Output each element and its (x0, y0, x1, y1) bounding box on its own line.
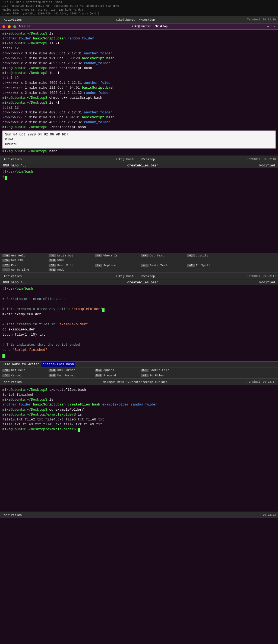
terminal-output: -rw-rw-r-- 1 mike mike 121 Oct 4 04:01 b… (2, 85, 276, 90)
nano-version-2: GNU nano 4.8 (3, 281, 26, 284)
nano-line (2, 292, 276, 297)
terminal-window-2: mike@ubuntu:~/Desktop$ ./createFiles.bas… (0, 386, 278, 511)
nano-shortcut-get-help[interactable]: ^G Get Help (1, 253, 48, 258)
nano-cursor-end (2, 354, 5, 358)
activities-label-2[interactable]: Activities (2, 158, 23, 161)
nano-body-2[interactable]: #!/usr/bin/bash # Scriptname : createFil… (0, 285, 278, 361)
terminal-line: mike@ubuntu:~/Desktop$ chmod u+x basicSc… (2, 95, 276, 100)
terminal-ctrl-2[interactable]: □ (271, 25, 272, 28)
nano-line-2: # (2, 175, 276, 180)
terminal-output: total 12 (2, 76, 276, 81)
nano-shortcut-undo[interactable]: M-U Undo (48, 258, 94, 262)
activities-label-bottom[interactable]: Activities (2, 513, 23, 517)
terminal-output: drwxrwxr-x 3 mike mike 4096 Oct 2 12:31 … (2, 110, 276, 115)
win-min-1[interactable] (8, 25, 11, 28)
nano-line: cd exampleFolder (2, 327, 276, 332)
gnome-panel-3: Activities mike@ubuntu: ~/Desktop Termin… (0, 273, 278, 280)
video-audio: Audio: aac, 44000 Hz, stereo, s16, 128 k… (2, 8, 276, 12)
nano-shortcut-justify[interactable]: ^J Justify (186, 253, 232, 258)
nano-window-2: GNU nano 4.8 createFiles.bash Modified #… (0, 280, 278, 379)
terminal-body-2: mike@ubuntu:~/Desktop$ ./createFiles.bas… (0, 386, 278, 511)
activities-label-4[interactable]: Activities (2, 380, 23, 384)
nano-line: # Scriptname : createFiles.bash (2, 297, 276, 302)
terminal-line: mike@ubuntu:~/Desktop/exampleFolder$ ls (2, 412, 276, 417)
terminal-line: mike@ubuntu:~/Desktop$ cd exampleFolder/ (2, 407, 276, 412)
nano-line: mkdir exampleFolder (2, 312, 276, 317)
gnome-panel-4: Activities mike@ubuntu: ~/Desktop/exampl… (0, 379, 278, 386)
nano-shortcut-read-file[interactable]: ^R Read File (48, 263, 94, 268)
terminal-line: mike@ubuntu:~/Desktop$ ls (2, 31, 276, 36)
video-info-bar: File II: Shell scripting Basics 01mp4 Si… (0, 0, 278, 16)
terminal-output: drwxrwxr-x 2 mike mike 4096 Oct 2 12:32 … (2, 120, 276, 125)
nano-save-shortcut-prepend[interactable]: M-P Prepend (94, 373, 140, 378)
nano-modified-2: Modified (259, 281, 275, 284)
terminal-title-1: mike@ubuntu: ~/Desktop (132, 25, 168, 28)
nano-save-shortcut-backup[interactable]: M-B Backup File (140, 368, 186, 372)
script-finished-text: Script finished (2, 393, 33, 397)
activities-label-1[interactable]: Activities (2, 18, 23, 21)
terminal-titlebar-1: Terminal mike@ubuntu: ~/Desktop — □ ✕ (0, 24, 278, 30)
nano-save-shortcut-to-files[interactable]: ^T To Files (140, 373, 186, 378)
win-max-1[interactable] (13, 25, 16, 28)
nano-line: # This creates a directory called "examp… (2, 307, 276, 312)
nano-save-shortcut-cancel[interactable]: ^C Cancel (1, 373, 48, 378)
panel2-app: Terminal (247, 158, 260, 161)
nano-save-shortcut-append[interactable]: M-A Append (94, 368, 140, 372)
script-output-line-2: mike (5, 137, 273, 142)
nano-shortcut-paste-text[interactable]: ^U Paste Text (140, 263, 186, 268)
terminal-output: another_folder basicScript.bash createFi… (2, 402, 276, 407)
panel1-app: Terminal (247, 18, 260, 21)
panel2-time: 00:02:10 (263, 158, 276, 161)
nano-shortcut-exit[interactable]: ^X Exit (1, 263, 48, 268)
terminal-window-1: Terminal mike@ubuntu: ~/Desktop — □ ✕ mi… (0, 23, 278, 156)
terminal-line: mike@ubuntu:~/Desktop/exampleFolder$ (2, 427, 276, 432)
video-title: File II: Shell scripting Basics 01mp4 (2, 1, 276, 4)
terminal-output: drwxrwxr-x 2 mike mike 4096 Oct 2 12:32 … (2, 61, 276, 66)
nano-topbar-1: GNU nano 4.8 createFiles.bash Modified (0, 163, 278, 168)
activities-label-3[interactable]: Activities (2, 275, 23, 278)
terminal-line: mike@ubuntu:~/Desktop$ ls (2, 397, 276, 402)
nano-body-1[interactable]: #!/usr/bin/bash # (0, 168, 278, 253)
panel4-time: 00:02:17 (263, 380, 276, 383)
nano-cursor-2 (102, 308, 105, 312)
nano-shortcut-redo[interactable]: M-E Redo (48, 268, 94, 272)
nano-filename-input[interactable]: createFiles.bash (42, 362, 75, 367)
panel1-center: mike@ubuntu: ~/Desktop (26, 18, 244, 21)
terminal-ctrl-3[interactable]: ✕ (274, 25, 276, 28)
panel3-time: 00:02:17 (263, 275, 276, 278)
nano-shortcut-where-is[interactable]: ^W Where Is (94, 253, 140, 258)
terminal-line: mike@ubuntu:~/Desktop$ ls -l (2, 71, 276, 76)
terminal-line: mike@ubuntu:~/Desktop$ nano (2, 149, 276, 154)
nano-shortcut-replace[interactable]: ^\ Replace (94, 263, 140, 268)
nano-shortcut-cur-pos[interactable]: ^C Cur Pos (1, 258, 48, 262)
panel3-app: Terminal (247, 275, 260, 278)
video-video: Video: h264, yuv420p, 1280x720, 442 kb/s… (2, 12, 276, 16)
terminal-tab-label-1[interactable]: Terminal (19, 25, 32, 28)
win-close-1[interactable] (2, 25, 5, 28)
nano-line (2, 302, 276, 307)
nano-shortcut-to-spell[interactable]: ^T To Spell (186, 263, 232, 268)
script-output-box: Sun 04 Oct 2020 04:02:06 AM PDT mike ubu… (2, 131, 276, 148)
nano-shortcut-write-out[interactable]: ^O Write Out (48, 253, 94, 258)
terminal-line: mike@ubuntu:~/Desktop$ ls -l (2, 41, 276, 46)
nano-line (2, 353, 276, 358)
gnome-panel-2: Activities mike@ubuntu: ~/Desktop Termin… (0, 156, 278, 163)
panel2-center: mike@ubuntu: ~/Desktop (26, 158, 244, 161)
nano-line-shebang: #!/usr/bin/bash (2, 169, 276, 175)
terminal-output: file10.txt file2.txt file4.txt file6.txt… (2, 417, 276, 422)
terminal-output: -rwxrw-r-- 1 mike mike 121 Oct 4 04:01 b… (2, 115, 276, 120)
nano-filename-2: createFiles.bash (127, 281, 159, 284)
terminal-output: drwxrwxr-x 3 mike mike 4096 Oct 2 12:31 … (2, 81, 276, 85)
nano-save-shortcut-mac[interactable]: M-M Mac Format (48, 373, 94, 378)
nano-save-shortcut-help[interactable]: ^G Get Help (1, 368, 48, 372)
terminal-output: total 12 (2, 46, 276, 51)
nano-line (2, 338, 276, 343)
nano-shortcut-cut-text[interactable]: ^K Cut Text (140, 253, 186, 258)
nano-shortcut-go-to-line[interactable]: ^_ Go To Line (1, 268, 48, 272)
terminal-line: mike@ubuntu:~/Desktop$ nano basicScript.… (2, 66, 276, 71)
terminal-ctrl-1[interactable]: — (267, 25, 269, 28)
bottom-time: 00:02:23 (263, 513, 276, 516)
nano-save-shortcut-dos[interactable]: M-D DOS Format (48, 368, 94, 372)
terminal-output: drwxrwxr-x 3 mike mike 4096 Oct 2 12:31 … (2, 51, 276, 56)
panel3-center: mike@ubuntu: ~/Desktop (26, 275, 244, 278)
